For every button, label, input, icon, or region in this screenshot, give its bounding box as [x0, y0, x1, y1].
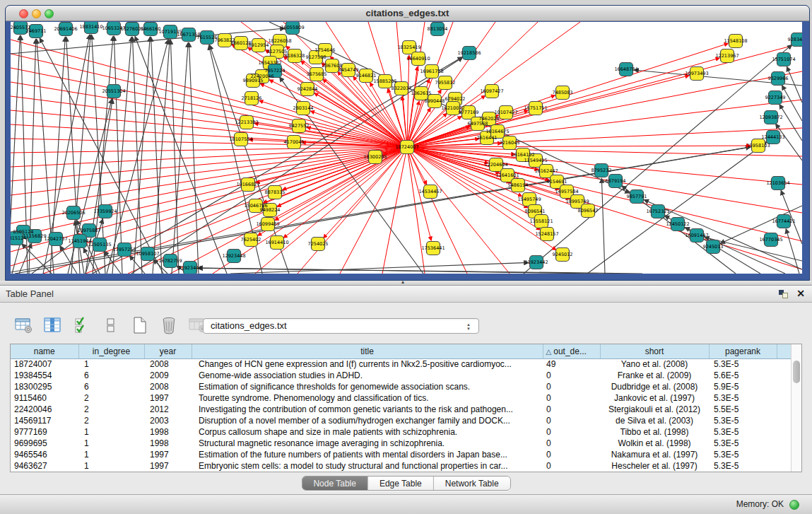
column-header-name[interactable]: name	[11, 344, 78, 358]
tab-network-table[interactable]: Network Table	[434, 477, 510, 490]
svg-text:9777169: 9777169	[459, 110, 479, 115]
svg-text:8795232: 8795232	[592, 168, 612, 173]
table-cell: 9463627	[11, 460, 78, 472]
svg-text:11549495: 11549495	[524, 158, 547, 163]
network-canvas[interactable]: 1872400786601288912954182260589127505165…	[11, 22, 802, 274]
table-cell: 5.6E-5	[709, 370, 777, 381]
svg-text:11923448: 11923448	[178, 265, 201, 271]
svg-text:18831410: 18831410	[79, 24, 102, 30]
svg-text:7955812: 7955812	[435, 80, 456, 86]
svg-text:12213967: 12213967	[715, 53, 739, 59]
svg-text:18724007: 18724007	[395, 144, 418, 150]
column-header-title[interactable]: title	[192, 344, 543, 358]
splitter-handle-icon[interactable]: ▴	[401, 279, 404, 285]
table-cell: 0	[543, 426, 600, 438]
svg-text:9245013: 9245013	[703, 244, 724, 250]
svg-text:7462026: 7462026	[479, 116, 500, 122]
panel-title: Table Panel	[6, 286, 54, 303]
table-cell: 2	[78, 404, 144, 415]
table-row[interactable]: 1456911722003Disruption of a novel membe…	[11, 415, 792, 426]
svg-text:19218586: 19218586	[457, 50, 481, 56]
svg-text:15751751: 15751751	[524, 105, 547, 111]
svg-text:16091447: 16091447	[685, 233, 708, 238]
svg-text:8322037: 8322037	[392, 86, 412, 91]
table-cell: 9699695	[11, 438, 78, 449]
table-cell: 18300295	[11, 381, 78, 392]
svg-text:7254025: 7254025	[308, 241, 329, 247]
select-all-check-icon[interactable]	[72, 315, 92, 335]
column-header-out_de[interactable]: △out_de...	[543, 344, 600, 358]
sort-ascending-icon: △	[546, 348, 552, 356]
memory-ok-led-icon[interactable]	[789, 500, 799, 510]
svg-text:9245012: 9245012	[553, 252, 573, 257]
svg-text:14534457: 14534457	[418, 189, 442, 194]
column-header-in_degree[interactable]: in_degree	[78, 344, 144, 358]
table-cell: 1	[78, 358, 144, 370]
table-cell: 2	[78, 392, 144, 404]
table-cell: 1997	[144, 392, 192, 404]
close-panel-icon[interactable]: ✕	[796, 288, 805, 299]
table-scrollbar[interactable]	[791, 344, 801, 472]
memory-status-label: Memory: OK	[736, 495, 784, 514]
float-panel-icon[interactable]	[779, 290, 788, 298]
table-cell: 5.3E-5	[709, 392, 777, 404]
table-cell: 6	[78, 381, 144, 392]
tab-node-table[interactable]: Node Table	[302, 477, 368, 490]
table-row[interactable]: 969969511998Structural magnetic resonanc…	[11, 438, 792, 449]
svg-text:18995749: 18995749	[565, 199, 589, 204]
svg-text:10107427: 10107427	[494, 110, 517, 115]
table-row[interactable]: 911546021997Tourette syndrome. Phenomeno…	[11, 392, 792, 404]
show-column-icon[interactable]	[43, 315, 63, 335]
table-select-dropdown[interactable]: citations_edges.txt ▲▼	[203, 318, 479, 334]
table-row[interactable]: 2242004622012Investigating the contribut…	[11, 404, 792, 415]
table-cell: 9777169	[11, 426, 78, 438]
svg-text:8813054: 8813054	[428, 26, 448, 32]
table-cell: 5.5E-5	[709, 404, 777, 415]
table-cell: 9115460	[11, 392, 78, 404]
table-cell: Structural magnetic resonance image aver…	[192, 438, 543, 449]
svg-text:7625402: 7625402	[241, 237, 261, 243]
table-cell: Stergiakouli et al. (2012)	[600, 404, 709, 415]
table-cell: Embryonic stem cells: a model to study s…	[192, 460, 543, 472]
table-cell: 14569117	[11, 415, 78, 426]
row-height-icon[interactable]	[101, 315, 121, 335]
svg-text:17536441: 17536441	[421, 245, 445, 251]
svg-text:20206506: 20206506	[61, 210, 85, 216]
column-header-short[interactable]: short	[600, 344, 709, 358]
svg-text:7963822: 7963822	[215, 37, 235, 43]
tab-edge-table[interactable]: Edge Table	[368, 477, 434, 490]
svg-text:16770345: 16770345	[759, 237, 782, 243]
table-cell: 0	[543, 415, 600, 426]
svg-text:18300295: 18300295	[363, 154, 387, 160]
new-table-icon[interactable]	[130, 315, 150, 335]
table-row[interactable]: 946362711997Embryonic stem cells: a mode…	[11, 460, 792, 472]
column-header-year[interactable]: year	[144, 344, 192, 358]
table-row[interactable]: 946554611997Estimation of the future num…	[11, 449, 792, 460]
table-row[interactable]: 1938455462009Genome-wide association stu…	[11, 370, 792, 381]
table-cell: Franke et al. (2009)	[600, 370, 709, 381]
svg-text:16914410: 16914410	[265, 240, 288, 245]
table-cell: 1997	[144, 449, 192, 460]
scrollbar-thumb[interactable]	[793, 361, 800, 383]
svg-text:8505124: 8505124	[13, 229, 34, 235]
delete-trash-icon[interactable]	[159, 315, 179, 335]
table-settings-icon[interactable]	[14, 315, 34, 335]
table-cell: 1	[78, 426, 144, 438]
table-row[interactable]: 1872400712008Changes of HCN gene express…	[11, 358, 792, 370]
table-cell: de Silva et al. (2003)	[600, 415, 709, 426]
svg-text:16752321: 16752321	[646, 209, 669, 214]
svg-text:12444133: 12444133	[761, 134, 784, 140]
table-cell: Investigating the contribution of common…	[192, 404, 543, 415]
svg-text:10164675: 10164675	[486, 129, 509, 134]
table-row[interactable]: 1830029562008Estimation of significance …	[11, 381, 792, 392]
svg-text:15495749: 15495749	[517, 197, 541, 202]
window-titlebar[interactable]: citations_edges.txt	[6, 6, 809, 21]
svg-text:1754646: 1754646	[315, 47, 336, 53]
table-cell: 9465546	[11, 449, 78, 460]
svg-text:16055809: 16055809	[281, 25, 304, 30]
table-cell: 2008	[144, 381, 192, 392]
svg-text:5486194: 5486194	[508, 182, 529, 188]
column-header-pagerank[interactable]: pagerank	[709, 344, 777, 358]
svg-text:9315124: 9315124	[11, 235, 26, 241]
table-row[interactable]: 977716911998Corpus callosum shape and si…	[11, 426, 792, 438]
